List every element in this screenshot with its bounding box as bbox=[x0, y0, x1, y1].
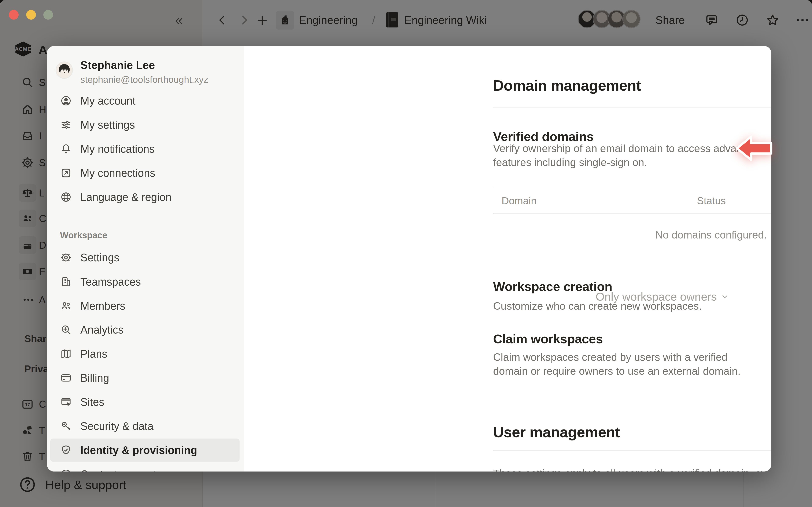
table-top-border bbox=[493, 187, 771, 187]
settings-content: Domain management Verified domains Verif… bbox=[244, 46, 771, 471]
user-email: stephanie@toolsforthought.xyz bbox=[80, 74, 208, 85]
settings-nav-security-data[interactable]: Security & data bbox=[50, 414, 240, 438]
verified-domains-description: Verify ownership of an email domain to a… bbox=[493, 142, 771, 169]
settings-nav-my-settings[interactable]: My settings bbox=[50, 113, 240, 136]
settings-nav-my-connections[interactable]: My connections bbox=[50, 161, 240, 185]
table-empty-state: No domains configured. bbox=[493, 229, 771, 241]
person-circle-icon bbox=[60, 95, 72, 107]
settings-nav-identity-provisioning[interactable]: Identity & provisioning bbox=[50, 439, 240, 462]
members-icon bbox=[60, 300, 72, 312]
minimize-button[interactable] bbox=[26, 10, 36, 20]
workspace-section-label: Workspace bbox=[60, 230, 107, 240]
zoom-button[interactable] bbox=[43, 10, 53, 20]
map-icon bbox=[60, 348, 72, 360]
settings-nav-billing[interactable]: Billing bbox=[50, 366, 240, 390]
settings-sidebar: Stephanie Lee stephanie@toolsforthought.… bbox=[47, 46, 244, 471]
user-management-clipped-text: These settings apply to all users with a… bbox=[493, 466, 771, 471]
shield-check-icon bbox=[60, 444, 72, 456]
user-avatar bbox=[56, 62, 72, 78]
claim-workspaces-title: Claim workspaces bbox=[493, 332, 603, 346]
arrow-up-right-icon bbox=[60, 167, 72, 179]
workspace-creation-title: Workspace creation bbox=[493, 279, 612, 294]
settings-nav-members[interactable]: Members bbox=[50, 294, 240, 318]
table-header-border bbox=[493, 213, 771, 214]
claim-workspaces-description: Claim workspaces created by users with a… bbox=[493, 350, 760, 378]
settings-nav-my-account[interactable]: My account bbox=[50, 89, 240, 112]
chevron-down-icon bbox=[721, 292, 729, 301]
settings-nav-my-notifications[interactable]: My notifications bbox=[50, 137, 240, 161]
browser-cursor-icon bbox=[60, 396, 72, 408]
gear-icon bbox=[60, 251, 72, 264]
settings-nav-analytics[interactable]: Analytics bbox=[50, 318, 240, 341]
globe-icon bbox=[60, 191, 72, 203]
question-circle-icon bbox=[60, 468, 72, 471]
settings-dialog: Stephanie Lee stephanie@toolsforthought.… bbox=[47, 46, 771, 471]
building-icon bbox=[60, 276, 72, 288]
settings-nav-teamspaces[interactable]: Teamspaces bbox=[50, 270, 240, 293]
table-header-status: Status bbox=[697, 195, 726, 207]
settings-nav-language-region[interactable]: Language & region bbox=[50, 185, 240, 209]
close-button[interactable] bbox=[9, 10, 18, 20]
annotation-arrow-left bbox=[735, 134, 773, 162]
settings-nav-plans[interactable]: Plans bbox=[50, 342, 240, 365]
screen: ACME A S H I S L bbox=[0, 0, 812, 507]
user-name: Stephanie Lee bbox=[80, 59, 155, 71]
divider bbox=[493, 107, 771, 108]
magnifier-sparkle-icon bbox=[60, 324, 72, 336]
key-icon bbox=[60, 420, 72, 432]
credit-card-icon bbox=[60, 372, 72, 384]
bell-icon bbox=[60, 143, 72, 155]
page-title: Domain management bbox=[493, 77, 641, 94]
settings-nav-contact-support-partial[interactable]: Contact support bbox=[50, 463, 240, 471]
user-management-title: User management bbox=[493, 424, 620, 441]
settings-nav-sites[interactable]: Sites bbox=[50, 390, 240, 414]
divider bbox=[493, 450, 771, 451]
table-header-domain: Domain bbox=[502, 195, 537, 207]
workspace-creation-select[interactable]: Only workspace owners bbox=[596, 290, 729, 303]
sliders-icon bbox=[60, 119, 72, 131]
settings-nav-settings[interactable]: Settings bbox=[50, 246, 240, 269]
